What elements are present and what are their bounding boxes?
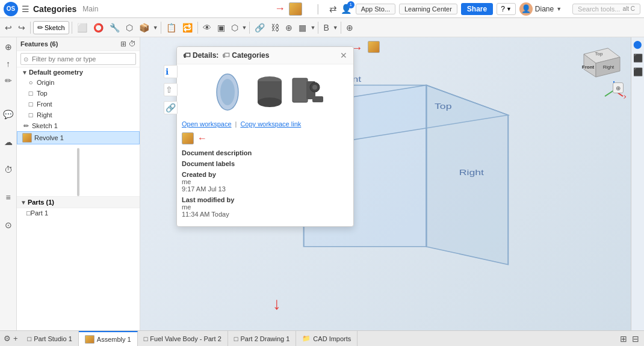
lis-icon-7[interactable]: ≡ xyxy=(4,191,11,203)
connect-icon[interactable]: ⇄ xyxy=(329,4,337,14)
share-button[interactable]: Share xyxy=(461,3,493,15)
link-side-icon[interactable]: 🔗 xyxy=(164,101,178,114)
toolbar: ↩ ↪ ✏ Sketch ⬜ ⭕ 🔧 ⬡ 📦 ▼ 📋 🔁 👁 ▣ ⬡ ▼ 🔗 ⛓… xyxy=(0,18,644,37)
tab-cad-imports[interactable]: 📁 CAD Imports xyxy=(296,331,358,346)
tree-item-top[interactable]: □ Top xyxy=(17,88,140,99)
toolbar-divider-7 xyxy=(341,22,341,34)
tb-icon-3[interactable]: 🔧 xyxy=(107,21,122,34)
feature-settings-icon[interactable]: ⊞ xyxy=(120,40,126,48)
last-modified-label: Last modified by xyxy=(182,196,348,203)
hamburger-icon[interactable]: ☰ xyxy=(22,4,29,14)
tree-section-default-geometry[interactable]: ▼ Default geometry xyxy=(17,67,140,77)
section-label: Default geometry xyxy=(29,69,83,76)
tb-dropdown-3[interactable]: ▼ xyxy=(310,25,315,31)
tree-item-front[interactable]: □ Front xyxy=(17,99,140,110)
lis-icon-1[interactable]: ⊕ xyxy=(4,41,13,53)
undo-button[interactable]: ↩ xyxy=(2,21,14,34)
rmt-icon-3[interactable]: ⬛ xyxy=(633,67,643,76)
tb-dropdown-1[interactable]: ▼ xyxy=(153,25,158,31)
tb-icon-13[interactable]: ⊕ xyxy=(283,21,295,34)
parts-section-header[interactable]: ▼ Parts (1) xyxy=(17,196,140,208)
tree-item-sketch1[interactable]: ✏ Sketch 1 xyxy=(17,120,140,131)
tree-item-part1[interactable]: □ Part 1 xyxy=(17,208,140,218)
tab-fuel-valve[interactable]: □ Fuel Valve Body - Part 2 xyxy=(138,331,228,346)
details-doc-thumb xyxy=(182,132,194,144)
tree-item-origin[interactable]: ○ Origin xyxy=(17,77,140,88)
lis-icon-6[interactable]: ⏱ xyxy=(3,164,14,176)
tb-dropdown-2[interactable]: ▼ xyxy=(242,25,247,31)
feature-clock-icon[interactable]: ⏱ xyxy=(129,40,136,48)
tree-item-label: Front xyxy=(37,100,52,108)
lis-icon-2[interactable]: ↑ xyxy=(5,58,11,70)
tb-icon-8[interactable]: 👁 xyxy=(200,21,214,34)
link-separator: | xyxy=(235,120,237,128)
toolbar-divider-3 xyxy=(161,22,161,34)
features-title: Features (6) xyxy=(20,40,58,48)
notification-area[interactable]: 👤 1 xyxy=(341,4,352,14)
tb-icon-9[interactable]: ▣ xyxy=(215,21,228,34)
details-close-button[interactable]: ✕ xyxy=(340,51,347,60)
user-menu[interactable]: 👤 Diane ▼ xyxy=(519,2,562,16)
svg-rect-21 xyxy=(293,78,308,102)
app-store-label: App Sto... xyxy=(361,5,390,13)
rotate-view-button[interactable]: ⊕ xyxy=(613,82,624,93)
canvas-area[interactable]: Front Top Right ↓ X Top Front xyxy=(140,37,631,330)
tb-icon-5[interactable]: 📦 xyxy=(137,21,152,34)
filter-input[interactable] xyxy=(29,54,133,64)
sketch-button[interactable]: ✏ Sketch xyxy=(33,21,69,34)
tb-icon-1[interactable]: ⬜ xyxy=(75,21,90,34)
app-subtitle: Main xyxy=(82,5,98,13)
cube-navigator[interactable]: X Top Front Right ⊕ xyxy=(575,42,626,93)
tb-icon-15[interactable]: B xyxy=(321,21,331,34)
tb-icon-7[interactable]: 🔁 xyxy=(180,21,195,34)
lis-icon-4[interactable]: 💬 xyxy=(2,108,14,120)
bottom-right-icon-2[interactable]: ⊟ xyxy=(632,334,639,344)
bottom-right-icon-1[interactable]: ⊞ xyxy=(620,334,627,344)
redo-button[interactable]: ↪ xyxy=(16,21,28,34)
open-workspace-link[interactable]: Open workspace xyxy=(182,120,232,128)
sketch-icon: ✏ xyxy=(22,122,30,130)
parts-title: Parts (1) xyxy=(28,199,54,206)
notification-badge: 1 xyxy=(347,1,355,8)
bottom-add-icon[interactable]: + xyxy=(13,334,18,343)
tab-part2-drawing[interactable]: □ Part 2 Drawing 1 xyxy=(228,331,297,346)
logo-text: OS xyxy=(7,5,15,12)
tb-icon-12[interactable]: ⛓ xyxy=(268,21,282,34)
tree-item-right[interactable]: □ Right xyxy=(17,110,140,120)
arrow-down-indicator: ↓ xyxy=(273,295,281,312)
lis-icon-3[interactable]: ✏ xyxy=(4,75,13,87)
right-mini-toolbar: ⬤ ⬛ ⬛ xyxy=(631,37,644,330)
app-store-button[interactable]: App Sto... xyxy=(356,4,395,14)
tb-icon-6[interactable]: 📋 xyxy=(164,21,179,34)
tree-item-label: Part 1 xyxy=(31,209,48,217)
details-body: Open workspace | Copy workspace link ← D… xyxy=(177,64,353,226)
lis-icon-5[interactable]: ☁ xyxy=(3,136,14,148)
last-modified-row: Last modified by me 11:34 AM Today xyxy=(182,196,348,218)
tb-icon-14[interactable]: ▦ xyxy=(296,21,309,34)
copy-workspace-link[interactable]: Copy workspace link xyxy=(240,120,301,128)
tb-icon-2[interactable]: ⭕ xyxy=(91,21,106,34)
svg-text:Right: Right xyxy=(603,64,615,70)
tb-icon-10[interactable]: ⬡ xyxy=(229,21,241,34)
tb-icon-4[interactable]: ⬡ xyxy=(123,21,135,34)
tab-part-studio-1[interactable]: □ Part Studio 1 xyxy=(22,331,79,346)
tb-dropdown-4[interactable]: ▼ xyxy=(333,25,338,31)
tb-icon-16[interactable]: ⊕ xyxy=(344,21,356,34)
lis-icon-8[interactable]: ⊙ xyxy=(4,219,13,231)
info-side-icon[interactable]: ℹ xyxy=(164,65,178,78)
search-tools-area[interactable]: Search tools... alt C xyxy=(572,4,640,14)
rmt-icon-2[interactable]: ⬛ xyxy=(633,54,643,63)
bottom-settings-icon[interactable]: ⚙ xyxy=(4,334,11,343)
learning-center-button[interactable]: Learning Center xyxy=(399,4,457,14)
share-side-icon[interactable]: ⇧ xyxy=(164,83,178,96)
doc-description-label: Document description xyxy=(182,149,348,156)
tree-item-revolve1[interactable]: Revolve 1 → xyxy=(17,131,140,144)
app-logo[interactable]: OS xyxy=(4,2,18,16)
sidebar-tree: ▼ Default geometry ○ Origin □ Top □ Fron… xyxy=(17,67,140,330)
canvas-doc-thumb xyxy=(368,41,380,53)
rmt-icon-1[interactable]: ⬤ xyxy=(633,40,642,49)
tab-assembly-1[interactable]: Assembly 1 xyxy=(79,331,138,346)
document-thumbnail-topbar[interactable] xyxy=(289,2,302,16)
help-button[interactable]: ? ▼ xyxy=(497,3,516,15)
tb-icon-11[interactable]: 🔗 xyxy=(252,21,267,34)
